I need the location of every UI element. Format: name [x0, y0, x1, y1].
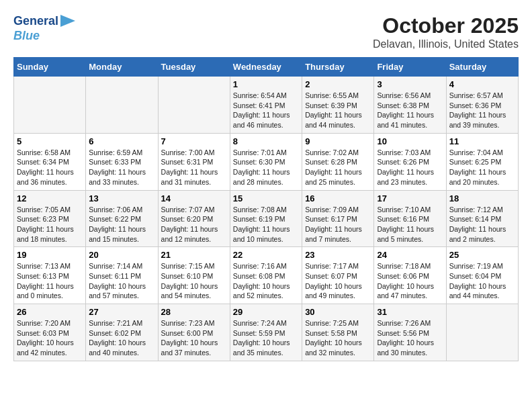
day-number: 5	[17, 136, 83, 146]
calendar-week-1: 1Sunrise: 6:54 AM Sunset: 6:41 PM Daylig…	[14, 77, 519, 134]
day-info: Sunrise: 7:02 AM Sunset: 6:28 PM Dayligh…	[305, 148, 371, 187]
page-subtitle: Delavan, Illinois, United States	[373, 38, 519, 50]
weekday-header-friday: Friday	[374, 58, 446, 77]
calendar-cell: 25Sunrise: 7:19 AM Sunset: 6:04 PM Dayli…	[446, 247, 518, 304]
calendar-cell: 20Sunrise: 7:14 AM Sunset: 6:11 PM Dayli…	[86, 247, 158, 304]
day-number: 20	[89, 250, 154, 260]
day-number: 26	[17, 307, 83, 317]
day-info: Sunrise: 7:17 AM Sunset: 6:07 PM Dayligh…	[305, 261, 371, 301]
calendar-cell: 1Sunrise: 6:54 AM Sunset: 6:41 PM Daylig…	[230, 77, 302, 134]
day-info: Sunrise: 7:26 AM Sunset: 5:56 PM Dayligh…	[377, 318, 443, 358]
day-number: 29	[233, 307, 299, 317]
calendar-cell: 16Sunrise: 7:09 AM Sunset: 6:17 PM Dayli…	[302, 190, 374, 247]
day-info: Sunrise: 6:55 AM Sunset: 6:39 PM Dayligh…	[305, 91, 371, 130]
day-info: Sunrise: 7:07 AM Sunset: 6:20 PM Dayligh…	[161, 205, 227, 244]
day-info: Sunrise: 7:21 AM Sunset: 6:02 PM Dayligh…	[89, 318, 154, 358]
calendar-cell: 7Sunrise: 7:00 AM Sunset: 6:31 PM Daylig…	[158, 133, 230, 190]
logo: General Blue	[13, 13, 75, 43]
calendar-cell: 11Sunrise: 7:04 AM Sunset: 6:25 PM Dayli…	[446, 133, 518, 190]
day-number: 8	[233, 136, 299, 146]
calendar-cell	[446, 304, 518, 361]
day-info: Sunrise: 7:08 AM Sunset: 6:19 PM Dayligh…	[233, 205, 299, 244]
day-number: 1	[233, 79, 299, 89]
page-title: October 2025	[373, 13, 519, 38]
logo-text-line2: Blue	[13, 30, 40, 43]
day-info: Sunrise: 7:12 AM Sunset: 6:14 PM Dayligh…	[449, 205, 515, 244]
calendar-cell: 21Sunrise: 7:15 AM Sunset: 6:10 PM Dayli…	[158, 247, 230, 304]
calendar-cell: 17Sunrise: 7:10 AM Sunset: 6:16 PM Dayli…	[374, 190, 446, 247]
calendar-cell: 30Sunrise: 7:25 AM Sunset: 5:58 PM Dayli…	[302, 304, 374, 361]
calendar-cell: 26Sunrise: 7:20 AM Sunset: 6:03 PM Dayli…	[14, 304, 86, 361]
calendar-cell: 2Sunrise: 6:55 AM Sunset: 6:39 PM Daylig…	[302, 77, 374, 134]
day-info: Sunrise: 7:04 AM Sunset: 6:25 PM Dayligh…	[449, 148, 515, 187]
calendar-week-5: 26Sunrise: 7:20 AM Sunset: 6:03 PM Dayli…	[14, 304, 519, 361]
day-number: 11	[449, 136, 515, 146]
calendar-cell: 13Sunrise: 7:06 AM Sunset: 6:22 PM Dayli…	[86, 190, 158, 247]
weekday-header-monday: Monday	[86, 58, 158, 77]
day-info: Sunrise: 7:18 AM Sunset: 6:06 PM Dayligh…	[377, 261, 443, 301]
day-number: 24	[377, 250, 443, 260]
calendar-cell	[86, 77, 158, 134]
day-info: Sunrise: 6:59 AM Sunset: 6:33 PM Dayligh…	[89, 148, 154, 187]
day-info: Sunrise: 7:00 AM Sunset: 6:31 PM Dayligh…	[161, 148, 227, 187]
day-number: 23	[305, 250, 371, 260]
day-info: Sunrise: 7:01 AM Sunset: 6:30 PM Dayligh…	[233, 148, 299, 187]
day-info: Sunrise: 7:03 AM Sunset: 6:26 PM Dayligh…	[377, 148, 443, 187]
calendar-cell: 5Sunrise: 6:58 AM Sunset: 6:34 PM Daylig…	[14, 133, 86, 190]
day-number: 21	[161, 250, 227, 260]
calendar-cell: 4Sunrise: 6:57 AM Sunset: 6:36 PM Daylig…	[446, 77, 518, 134]
calendar-table: SundayMondayTuesdayWednesdayThursdayFrid…	[13, 57, 519, 361]
day-info: Sunrise: 7:06 AM Sunset: 6:22 PM Dayligh…	[89, 205, 154, 244]
day-info: Sunrise: 6:56 AM Sunset: 6:38 PM Dayligh…	[377, 91, 443, 130]
calendar-cell: 15Sunrise: 7:08 AM Sunset: 6:19 PM Dayli…	[230, 190, 302, 247]
day-number: 16	[305, 193, 371, 203]
title-block: October 2025 Delavan, Illinois, United S…	[373, 13, 519, 50]
day-number: 10	[377, 136, 443, 146]
day-info: Sunrise: 7:16 AM Sunset: 6:08 PM Dayligh…	[233, 261, 299, 301]
day-number: 14	[161, 193, 227, 203]
day-number: 15	[233, 193, 299, 203]
day-info: Sunrise: 7:20 AM Sunset: 6:03 PM Dayligh…	[17, 318, 83, 358]
day-number: 17	[377, 193, 443, 203]
calendar-cell: 29Sunrise: 7:24 AM Sunset: 5:59 PM Dayli…	[230, 304, 302, 361]
weekday-header-tuesday: Tuesday	[158, 58, 230, 77]
day-info: Sunrise: 7:23 AM Sunset: 6:00 PM Dayligh…	[161, 318, 227, 358]
calendar-cell: 8Sunrise: 7:01 AM Sunset: 6:30 PM Daylig…	[230, 133, 302, 190]
weekday-header-thursday: Thursday	[302, 58, 374, 77]
weekday-header-row: SundayMondayTuesdayWednesdayThursdayFrid…	[14, 58, 519, 77]
weekday-header-sunday: Sunday	[14, 58, 86, 77]
logo-text-line1: General	[13, 15, 58, 28]
day-number: 13	[89, 193, 154, 203]
calendar-cell: 19Sunrise: 7:13 AM Sunset: 6:13 PM Dayli…	[14, 247, 86, 304]
page-header: General Blue October 2025 Delavan, Illin…	[13, 13, 519, 50]
calendar-cell: 10Sunrise: 7:03 AM Sunset: 6:26 PM Dayli…	[374, 133, 446, 190]
calendar-cell: 12Sunrise: 7:05 AM Sunset: 6:23 PM Dayli…	[14, 190, 86, 247]
day-number: 2	[305, 79, 371, 89]
day-number: 12	[17, 193, 83, 203]
weekday-header-saturday: Saturday	[446, 58, 518, 77]
day-number: 28	[161, 307, 227, 317]
svg-marker-0	[60, 15, 75, 27]
day-number: 19	[17, 250, 83, 260]
day-number: 27	[89, 307, 154, 317]
day-info: Sunrise: 7:10 AM Sunset: 6:16 PM Dayligh…	[377, 205, 443, 244]
day-info: Sunrise: 7:09 AM Sunset: 6:17 PM Dayligh…	[305, 205, 371, 244]
calendar-cell: 14Sunrise: 7:07 AM Sunset: 6:20 PM Dayli…	[158, 190, 230, 247]
calendar-cell	[14, 77, 86, 134]
day-info: Sunrise: 6:58 AM Sunset: 6:34 PM Dayligh…	[17, 148, 83, 187]
day-number: 9	[305, 136, 371, 146]
day-number: 30	[305, 307, 371, 317]
calendar-cell	[158, 77, 230, 134]
day-info: Sunrise: 7:15 AM Sunset: 6:10 PM Dayligh…	[161, 261, 227, 301]
calendar-cell: 24Sunrise: 7:18 AM Sunset: 6:06 PM Dayli…	[374, 247, 446, 304]
calendar-cell: 18Sunrise: 7:12 AM Sunset: 6:14 PM Dayli…	[446, 190, 518, 247]
day-info: Sunrise: 7:13 AM Sunset: 6:13 PM Dayligh…	[17, 261, 83, 301]
calendar-cell: 9Sunrise: 7:02 AM Sunset: 6:28 PM Daylig…	[302, 133, 374, 190]
day-number: 18	[449, 193, 515, 203]
calendar-cell: 22Sunrise: 7:16 AM Sunset: 6:08 PM Dayli…	[230, 247, 302, 304]
calendar-cell: 23Sunrise: 7:17 AM Sunset: 6:07 PM Dayli…	[302, 247, 374, 304]
day-info: Sunrise: 6:57 AM Sunset: 6:36 PM Dayligh…	[449, 91, 515, 130]
calendar-cell: 6Sunrise: 6:59 AM Sunset: 6:33 PM Daylig…	[86, 133, 158, 190]
day-number: 22	[233, 250, 299, 260]
logo-arrow-icon	[60, 15, 75, 27]
